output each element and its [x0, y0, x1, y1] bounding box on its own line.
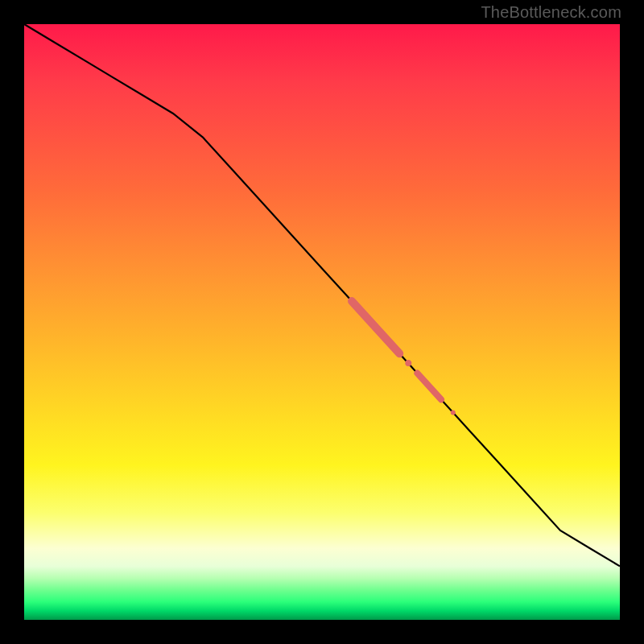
marker-dot-1 — [405, 360, 411, 366]
chart-frame: TheBottleneck.com — [0, 0, 644, 644]
watermark-text: TheBottleneck.com — [481, 3, 621, 22]
marker-dot-2 — [451, 411, 456, 415]
chart-svg — [24, 24, 620, 620]
marker-short-segment — [417, 374, 441, 400]
plot-area — [24, 24, 620, 620]
marker-thick-segment — [352, 301, 399, 353]
curve-line — [24, 24, 620, 566]
